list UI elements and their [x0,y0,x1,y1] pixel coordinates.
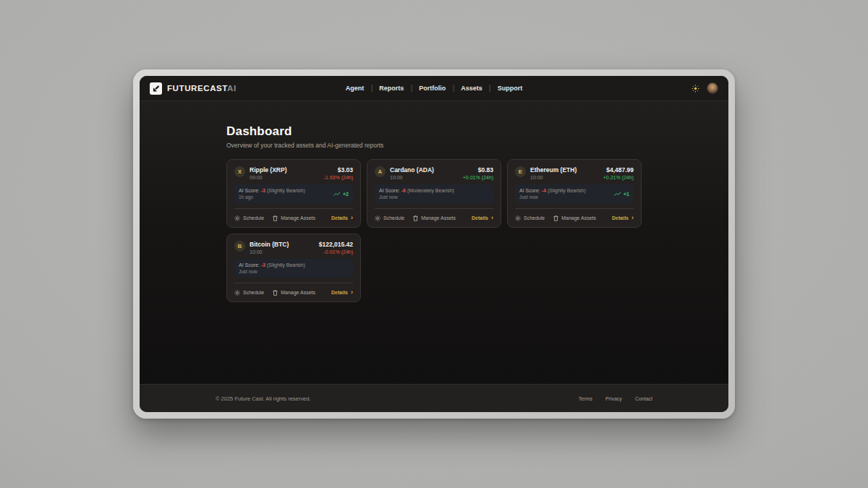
footer-link-contact[interactable]: Contact [635,396,652,401]
ai-score-label: AI Score: [519,188,540,193]
main-nav: Agent Reports Portfolio Assets Support [339,76,530,100]
asset-price: $0.83 [463,166,493,174]
card-actions: Schedule Manage Assets [515,208,634,227]
score-delta: +2 [333,192,349,197]
card-actions: Schedule Manage Assets [375,208,493,227]
asset-badge: B [234,241,245,252]
gear-icon [515,215,521,221]
card-actions: Schedule Manage Assets [234,208,353,227]
nav-item-agent[interactable]: Agent [339,85,372,92]
manage-assets-label: Manage Assets [281,290,315,295]
main-content: Dashboard Overview of your tracked asset… [140,101,728,384]
updated-time: 1h ago [239,194,305,201]
asset-change: -0.01% (24h) [319,249,353,254]
gear-icon [234,215,240,221]
trash-icon [273,215,278,221]
asset-card-ethereum: E Ethereum (ETH) 10:00 $4,487.99 +0.21% … [507,159,642,228]
trash-icon [413,215,418,221]
asset-badge: X [234,166,245,177]
asset-name: Ripple (XRP) [250,166,286,174]
browser-frame: FUTURECASTAI Agent Reports Portfolio Ass… [133,69,735,419]
schedule-label: Schedule [243,215,264,221]
ai-score-value: -4 [542,188,546,193]
manage-assets-label: Manage Assets [421,215,456,221]
nav-item-assets[interactable]: Assets [454,85,490,92]
asset-price: $3.03 [324,166,353,174]
asset-badge: A [375,166,386,177]
schedule-button[interactable]: Schedule [375,215,404,221]
updated-time: Just now [519,194,586,201]
brand-name: FUTURECASTAI [167,84,237,93]
ai-sentiment: (Slightly Bearish) [267,262,305,267]
ai-score-label: AI Score: [379,188,400,193]
nav-item-reports[interactable]: Reports [372,85,411,92]
asset-price: $122,015.42 [319,241,353,248]
asset-time: 10:00 [390,175,434,180]
asset-card-bitcoin: B Bitcoin (BTC) 10:00 $122,015.42 -0.01%… [226,234,361,302]
card-actions: Schedule Manage Assets [234,283,353,301]
page-footer: © 2025 Future Cast. All rights reserved.… [140,384,728,412]
schedule-button[interactable]: Schedule [234,215,264,221]
theme-toggle-button[interactable] [692,85,699,93]
gear-icon [375,215,380,221]
manage-assets-button[interactable]: Manage Assets [413,215,456,221]
trend-up-icon [614,192,621,197]
manage-assets-label: Manage Assets [561,215,596,221]
page-subtitle: Overview of your tracked assets and AI-g… [226,142,642,149]
ai-score-label: AI Score: [239,188,260,193]
asset-card-cardano: A Cardano (ADA) 10:00 $0.83 +0.01% (24h) [367,159,501,228]
footer-link-terms[interactable]: Terms [579,396,592,401]
nav-item-support[interactable]: Support [490,85,530,92]
schedule-label: Schedule [383,215,404,221]
updated-time: Just now [379,194,454,201]
manage-assets-button[interactable]: Manage Assets [273,290,315,296]
ai-score-box: AI Score: -4 (Slightly Bearish) Just now… [515,184,634,203]
details-link[interactable]: Details › [472,215,493,221]
trash-icon [553,215,558,221]
asset-change: -1.93% (24h) [324,175,353,180]
asset-card-grid: X Ripple (XRP) 09:00 $3.03 -1.93% (24h) [226,159,642,302]
score-delta: +1 [614,192,629,197]
ai-score-value: -6 [401,188,406,193]
ai-score-box: AI Score: -6 (Moderately Bearish) Just n… [375,184,493,203]
copyright-text: © 2025 Future Cast. All rights reserved. [216,395,310,402]
asset-change: +0.21% (24h) [603,175,634,180]
ai-score-value: -3 [261,262,265,267]
manage-assets-button[interactable]: Manage Assets [273,215,315,221]
asset-badge: E [515,166,526,177]
user-avatar[interactable] [707,82,718,94]
brand-logo[interactable]: FUTURECASTAI [150,82,237,95]
schedule-button[interactable]: Schedule [515,215,545,221]
ai-score-box: AI Score: -3 (Slightly Bearish) 1h ago +… [234,184,353,203]
asset-name: Bitcoin (BTC) [250,241,289,248]
asset-change: +0.01% (24h) [463,175,493,180]
details-link[interactable]: Details › [331,215,353,221]
app-window: FUTURECASTAI Agent Reports Portfolio Ass… [140,76,728,412]
asset-name: Ethereum (ETH) [530,166,576,174]
updated-time: Just now [239,269,305,275]
top-navbar: FUTURECASTAI Agent Reports Portfolio Ass… [140,76,728,101]
page-title: Dashboard [226,124,642,139]
chevron-right-icon: › [351,289,353,296]
manage-assets-label: Manage Assets [281,215,315,221]
chevron-right-icon: › [351,215,353,221]
footer-links: Terms Privacy Contact [579,396,652,401]
asset-time: 10:00 [250,249,289,254]
details-link[interactable]: Details › [612,215,634,221]
ai-sentiment: (Moderately Bearish) [407,188,454,193]
asset-time: 10:00 [530,175,576,180]
footer-link-privacy[interactable]: Privacy [605,396,622,401]
chevron-right-icon: › [631,215,634,221]
ai-sentiment: (Slightly Bearish) [548,188,586,193]
ai-score-label: AI Score: [239,262,260,267]
header-actions [692,82,718,94]
trash-icon [273,290,278,296]
asset-time: 09:00 [250,175,286,180]
nav-item-portfolio[interactable]: Portfolio [412,85,453,92]
details-link[interactable]: Details › [331,289,353,296]
logo-icon [150,82,162,95]
gear-icon [234,290,240,296]
manage-assets-button[interactable]: Manage Assets [553,215,596,221]
ai-score-box: AI Score: -3 (Slightly Bearish) Just now [234,259,353,278]
schedule-button[interactable]: Schedule [234,290,264,296]
